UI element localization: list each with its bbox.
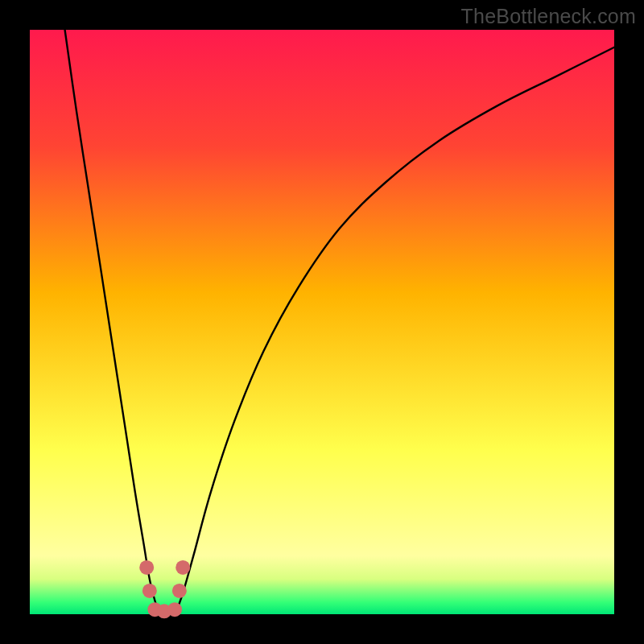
plot-area (30, 30, 614, 614)
chart-frame: TheBottleneck.com (0, 0, 644, 644)
curve-left-branch (65, 30, 160, 614)
chart-curves (30, 30, 614, 614)
curve-right-branch (175, 47, 614, 614)
watermark-text: TheBottleneck.com (461, 5, 636, 28)
marker-point (175, 560, 190, 575)
highlight-markers (139, 560, 190, 618)
marker-point (142, 584, 157, 598)
marker-point (139, 560, 154, 575)
marker-point (172, 584, 187, 598)
marker-point (167, 602, 182, 617)
